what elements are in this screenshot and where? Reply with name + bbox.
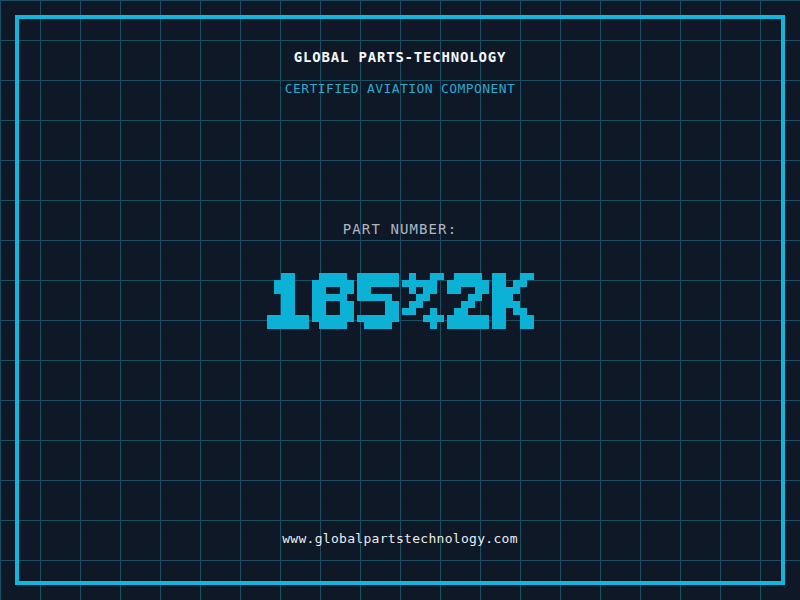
part-number-pixel-glyphs	[267, 273, 534, 329]
website-url: www.globalpartstechnology.com	[0, 531, 800, 546]
blueprint-grid-background: GLOBAL PARTS-TECHNOLOGY CERTIFIED AVIATI…	[0, 0, 800, 600]
certification-subtitle: CERTIFIED AVIATION COMPONENT	[0, 81, 800, 96]
company-title: GLOBAL PARTS-TECHNOLOGY	[0, 49, 800, 65]
part-number-label: PART NUMBER:	[0, 221, 800, 237]
part-number-display	[0, 273, 800, 329]
